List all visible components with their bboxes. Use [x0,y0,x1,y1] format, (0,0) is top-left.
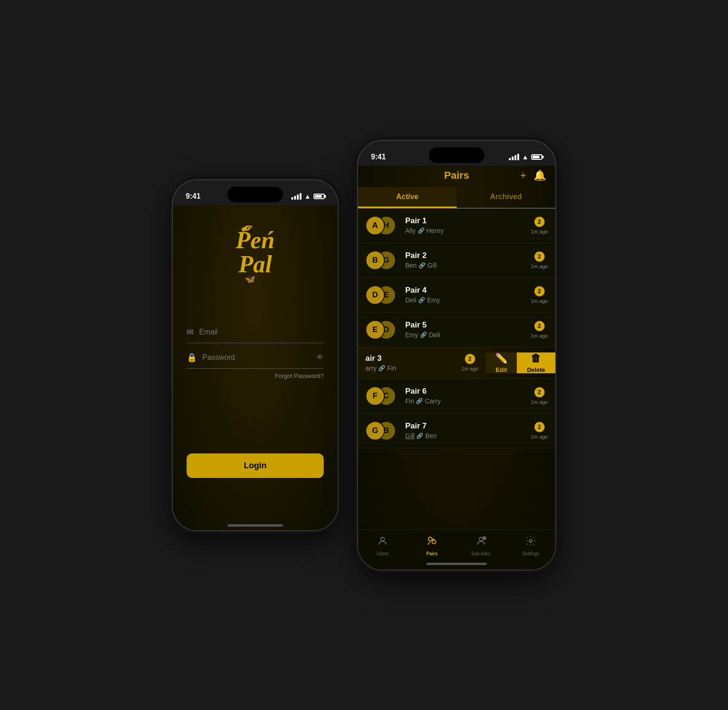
tab-active[interactable]: Active [358,187,457,208]
battery-icon-right [531,154,542,160]
list-item[interactable]: D E Pair 4 Deli 🔗 Emy 2 1m ago [358,278,555,313]
login-phone: 9:41 ▲ ✒ Peń Pal 🦋 ✉ [172,179,339,531]
list-item[interactable]: F C Pair 6 Fin 🔗 Carry 2 1m ago [358,379,555,414]
subadmin-icon [476,535,487,549]
pairs-phone: 9:41 ▲ Pairs + 🔔 Active Archive [357,140,556,571]
pair-members: Ben 🔗 Gill [405,262,524,269]
time-ago: 1m ago [531,298,548,304]
svg-point-0 [381,537,384,541]
password-input[interactable] [202,353,311,362]
pair-meta: 2 1m ago [531,286,548,304]
tabs-row: Active Archived [358,187,555,208]
avatar-1: G [365,421,385,440]
pair-info: Pair 7 Gill 🔗 Ben [405,421,524,440]
nav-label-pairs: Pairs [427,551,438,556]
pair-meta: 2 1m ago [531,217,548,234]
email-input[interactable] [199,328,324,336]
pair-name: Pair 4 [405,286,524,295]
pair-meta: 2 1m ago [531,422,548,440]
svg-point-2 [432,540,436,544]
edit-pair-button[interactable]: ✏️ Edit [486,352,517,373]
password-row: 🔒 👁 [187,347,324,369]
bottom-nav: Users Pairs [358,529,555,560]
swiped-pair-content[interactable]: air 3 arry 🔗 Fin 2 1m ago [358,347,486,378]
header-actions: + 🔔 [520,170,546,182]
pair-info: air 3 arry 🔗 Fin [365,354,455,372]
pair-avatars: G B [365,420,399,441]
link-icon: 🔗 [418,297,425,303]
pair-meta: 2 1m ago [531,387,548,405]
pair-members: Gill 🔗 Ben [405,432,524,440]
pair-members: Ally 🔗 Henry [405,227,524,234]
trash-icon: 🗑 [531,352,541,364]
avatar-1: D [365,285,385,305]
pair-name: Pair 6 [405,387,524,396]
time-ago: 1m ago [531,399,548,405]
wifi-icon-right: ▲ [522,153,528,161]
signal-icon-right [509,154,519,160]
email-row: ✉ [187,321,324,343]
list-item[interactable]: B G Pair 2 Ben 🔗 Gill 2 1m ago [358,243,555,278]
wifi-icon-left: ▲ [304,193,311,200]
pair-info: Pair 5 Emy 🔗 Deli [405,320,524,339]
link-icon: 🔗 [416,398,423,404]
unread-badge: 2 [534,422,545,432]
pair-name: Pair 5 [405,320,524,330]
nav-item-settings[interactable]: Settings [506,534,556,558]
nav-item-pairs[interactable]: Pairs [408,534,457,558]
list-item[interactable]: G B Pair 7 Gill 🔗 Ben 2 1m ago [358,414,555,448]
nav-item-subadmin[interactable]: Sub Adm. [457,534,506,558]
login-form: ✉ 🔒 👁 Forgot Password? [187,321,324,379]
edit-icon: ✏️ [495,352,508,364]
pairs-header: Pairs + 🔔 [358,166,555,187]
home-indicator-right [358,560,555,570]
link-icon: 🔗 [418,227,425,234]
forgot-password-link[interactable]: Forgot Password? [187,372,324,379]
notifications-button[interactable]: 🔔 [533,170,546,182]
nav-label-users: Users [377,551,389,556]
pair-info: Pair 1 Ally 🔗 Henry [405,216,524,234]
login-button[interactable]: Login [187,453,324,478]
unread-badge: 2 [534,217,545,227]
pair-avatars: F C [365,385,399,407]
svg-point-3 [479,537,483,541]
add-pair-button[interactable]: + [520,170,526,182]
tab-archived[interactable]: Archived [457,187,555,208]
dynamic-island-right [429,147,484,163]
unread-badge: 2 [534,286,545,296]
status-time-right: 9:41 [371,153,386,161]
avatar-1: F [365,386,385,406]
time-ago: 1m ago [531,229,548,234]
settings-icon [525,535,536,549]
avatar-1: A [365,216,385,235]
unread-badge: 2 [534,251,545,262]
status-icons-left: ▲ [291,193,325,200]
svg-point-5 [529,540,532,542]
time-ago: 1m ago [461,366,478,371]
pairs-title: Pairs [444,170,469,182]
avatar-1: E [365,320,385,339]
status-time-left: 9:41 [186,192,201,201]
delete-pair-button[interactable]: 🗑 Delete [517,352,555,373]
pair-name: Pair 1 [405,216,524,226]
email-icon: ✉ [187,327,194,337]
link-icon: 🔗 [420,332,427,338]
pair-name: Pair 2 [405,251,524,260]
pairs-screen: Pairs + 🔔 Active Archived A H [358,166,555,570]
list-item[interactable]: E D Pair 5 Emy 🔗 Deli 2 1m ago [358,313,555,347]
lock-icon: 🔒 [187,352,197,363]
swipe-actions: ✏️ Edit 🗑 Delete [486,352,555,373]
nav-label-subadmin: Sub Adm. [471,551,491,556]
pairs-icon [427,535,438,549]
pair-name: Pair 7 [405,421,524,431]
unread-badge: 2 [465,354,475,364]
eye-icon[interactable]: 👁 [316,353,324,362]
pair-avatars: B G [365,250,399,271]
nav-item-users[interactable]: Users [358,534,408,558]
logo-text: Peń Pal [236,228,275,276]
list-item[interactable]: A H Pair 1 Ally 🔗 Henry 2 1m ago [358,208,555,243]
pair-avatars: D E [365,284,399,306]
avatar-1: B [365,251,385,270]
nav-label-settings: Settings [522,551,539,556]
home-indicator-left [227,524,283,527]
